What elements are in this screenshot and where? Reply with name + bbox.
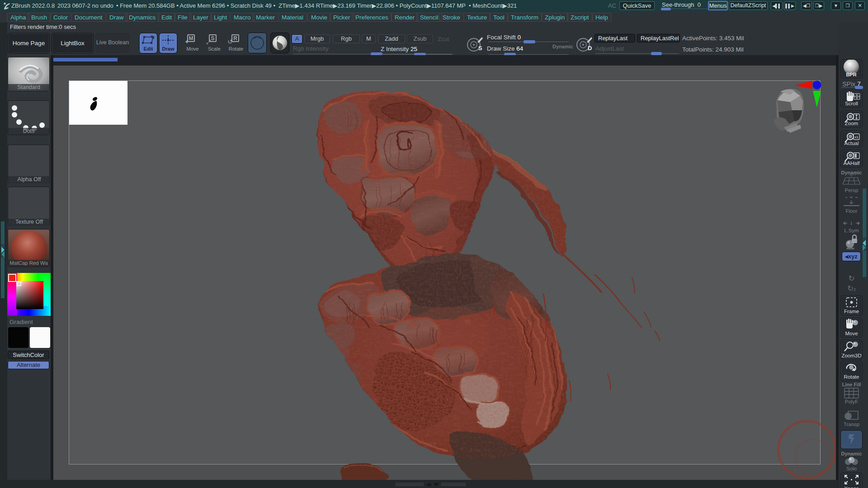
svg-text:1: 1 [850, 221, 852, 225]
svg-text:x1: x1 [854, 135, 859, 139]
svg-text:S: S [478, 45, 482, 52]
svg-text:D: D [588, 45, 592, 52]
svg-text:BPR: BPR [846, 72, 856, 77]
